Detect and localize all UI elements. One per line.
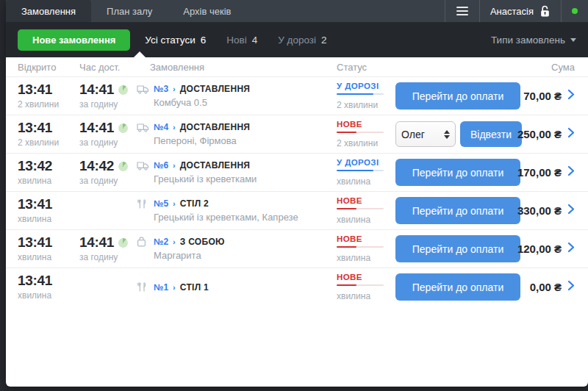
eta-time: 14:41 [79,82,114,97]
status-badge: У ДОРОЗІ [337,82,395,90]
status-elapsed: хвилина [337,291,395,301]
pay-button[interactable]: Перейти до оплати [395,235,520,262]
filter-new[interactable]: Нові 4 [226,35,257,46]
table-header-row: Відкрито Час дост. Замовлення Статус Сум… [6,57,588,76]
order-type-label: ДОСТАВЛЕННЯ [180,122,251,132]
filter-count: 6 [201,35,207,46]
opened-cell: 13:41хвилина [18,197,79,224]
lock-icon [539,5,551,18]
tab-orders[interactable]: Замовлення [6,0,91,22]
app-window: Замовлення План залу Архів чеків Анастас… [6,0,588,387]
opened-cell: 13:412 хвилини [18,121,79,148]
order-amount: 330,00 ₴ [517,204,562,217]
amount-cell: 330,00 ₴ [526,204,585,218]
table-row[interactable]: 13:41хвилина№1›СТІЛ 1НОВЕхвилинаПерейти … [6,268,588,306]
opened-elapsed: хвилина [18,290,79,301]
opened-time: 13:41 [18,82,79,97]
cutlery-icon [137,199,150,209]
new-order-button[interactable]: Нове замовлення [18,29,130,51]
chevron-right-small-icon: › [173,161,176,170]
status-badge: У ДОРОЗІ [337,158,395,167]
cutlery-icon [137,282,150,292]
order-items: Грецький із креветками [154,173,337,184]
order-items: Комбуча 0.5 [154,97,337,108]
truck-icon [137,85,150,94]
eta-cell: 14:41за годину [79,82,137,110]
user-name: Анастасія [490,6,534,17]
status-progress-fill [337,246,356,248]
opened-elapsed: 2 хвилини [18,99,79,110]
table-row[interactable]: 13:41хвилина№5›СТІЛ 2Грецький із креветк… [6,191,588,229]
connection-status [562,0,588,22]
eta-cell: 14:42за годину [79,159,137,186]
status-elapsed: 2 хвилини [337,100,395,110]
chevron-right-icon[interactable] [567,204,575,218]
action-cell: Перейти до оплати [395,235,526,262]
status-progress-fill [337,208,356,209]
order-items: Грецький із креветками, Капрезе [154,212,337,223]
order-number: №1 [154,282,168,293]
chevron-right-icon[interactable] [567,280,575,294]
user-account-button[interactable]: Анастасія [480,0,561,22]
order-cell: №5›СТІЛ 2Грецький із креветками, Капрезе [137,198,337,223]
order-amount: 250,00 ₴ [517,128,562,140]
hamburger-menu-icon[interactable] [445,0,479,22]
timer-icon [118,85,128,95]
bag-icon [137,237,150,247]
pay-button[interactable]: Перейти до оплати [395,82,520,110]
chevron-right-small-icon: › [173,123,176,132]
chevron-right-icon[interactable] [567,242,575,256]
chevron-right-icon[interactable] [567,127,575,141]
eta-note: за годину [79,137,137,148]
action-cell: Перейти до оплати [395,159,526,186]
online-dot-icon [572,8,578,14]
amount-cell: 0,00 ₴ [526,280,585,294]
table-row[interactable]: 13:41хвилина14:41за годину№2›З СОБОЮМарг… [6,229,588,268]
opened-cell: 13:41хвилина [18,235,79,262]
table-row[interactable]: 13:42хвилина14:42за годину№6›ДОСТАВЛЕННЯ… [6,153,588,191]
order-types-dropdown[interactable]: Типи замовлень [491,35,576,46]
chevron-right-small-icon: › [173,237,176,246]
order-number: №5 [154,198,168,209]
chevron-right-icon[interactable] [567,89,575,103]
filter-label: Нові [226,35,246,46]
opened-time: 13:41 [18,121,79,135]
order-type-label: СТІЛ 2 [180,198,209,209]
filter-all-statuses[interactable]: Усі статуси 6 [145,35,206,46]
courier-select[interactable]: Олег [395,121,456,147]
opened-cell: 13:41хвилина [18,273,79,301]
filter-label: У дорозі [278,35,316,46]
status-progress-fill [337,284,356,286]
pay-button[interactable]: Перейти до оплати [395,273,520,301]
table-body: 13:412 хвилини14:41за годину№3›ДОСТАВЛЕН… [6,76,588,306]
deliver-button[interactable]: Відвезти [460,121,522,147]
tab-floor-plan[interactable]: План залу [91,0,168,22]
timer-icon [118,238,128,248]
pay-button[interactable]: Перейти до оплати [395,197,520,224]
tab-receipts-archive[interactable]: Архів чеків [168,0,246,22]
table-row[interactable]: 13:412 хвилини14:41за годину№4›ДОСТАВЛЕН… [6,115,588,153]
chevron-right-icon[interactable] [567,165,575,179]
filter-count: 4 [252,35,258,46]
pay-button[interactable]: Перейти до оплати [395,159,520,186]
assign-controls: ОлегВідвезти [395,121,526,147]
filter-count: 2 [321,35,327,46]
active-filter-pointer [134,51,146,57]
status-elapsed: 2 хвилини [337,138,395,148]
order-type-label: СТІЛ 1 [180,282,209,293]
opened-time: 13:41 [18,235,79,250]
filter-in-transit[interactable]: У дорозі 2 [278,35,326,46]
order-number: №2 [154,237,168,247]
courier-select-value: Олег [401,129,425,140]
chevron-right-small-icon: › [173,85,176,93]
action-cell: Перейти до оплати [395,197,526,224]
table-row[interactable]: 13:412 хвилини14:41за годину№3›ДОСТАВЛЕН… [6,76,588,115]
status-progress-fill [337,93,373,95]
action-cell: Перейти до оплати [395,273,526,301]
order-cell: №6›ДОСТАВЛЕННЯГрецький із креветками [137,160,337,184]
eta-note: за годину [79,176,137,186]
order-amount: 120,00 ₴ [517,243,562,255]
order-types-label: Типи замовлень [491,35,565,46]
status-badge: НОВЕ [337,234,395,243]
status-progress-bar [337,132,384,133]
